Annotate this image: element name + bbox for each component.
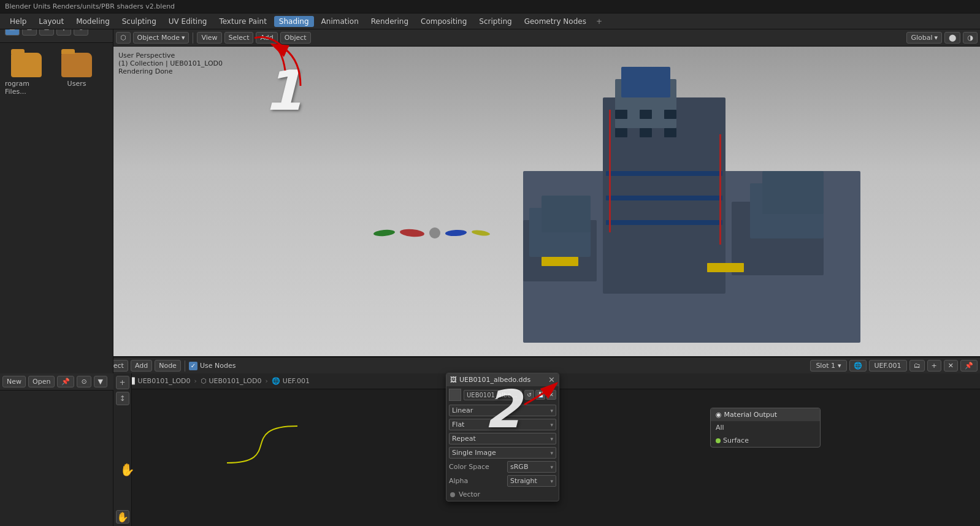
node-tool-zoom-in[interactable]: + (116, 376, 129, 389)
texture-icon (449, 389, 461, 401)
sep1 (193, 32, 193, 44)
popup-colorspace-value: sRGB (510, 463, 528, 471)
slot-arrow: ▾ (838, 362, 841, 370)
spaceships-group (373, 227, 490, 238)
folder-icon-users (61, 53, 92, 77)
popup-single-image-row: Single Image ▾ (446, 446, 559, 460)
file-mode-btn[interactable]: ⊙ (77, 376, 91, 387)
node-add-btn[interactable]: Add (131, 360, 152, 372)
popup-alpha-arrow: ▾ (550, 478, 553, 484)
folder-program-files[interactable]: rogram Files... (5, 53, 48, 96)
svg-rect-3 (621, 67, 670, 97)
menu-modeling[interactable]: Modeling (71, 16, 115, 27)
viewport-add-btn[interactable]: Add (256, 32, 277, 44)
menu-sculpting[interactable]: Sculpting (117, 16, 161, 27)
node-node-btn[interactable]: Node (155, 360, 181, 372)
menu-geometry-nodes[interactable]: Geometry Nodes (519, 16, 591, 27)
popup-linear-select[interactable]: Linear ▾ (449, 405, 556, 416)
svg-rect-10 (606, 171, 722, 176)
popup-single-image-select[interactable]: Single Image ▾ (449, 447, 556, 459)
file-new-btn[interactable]: New (2, 376, 26, 387)
popup-single-image-label: Single Image (452, 449, 496, 457)
folder-users[interactable]: Users (55, 53, 98, 96)
material-pin-btn[interactable]: 📌 (960, 360, 978, 372)
use-nodes-checkbox[interactable]: ✓ (189, 362, 197, 370)
sidebar-content: rogram Files... Users (0, 43, 113, 101)
svg-rect-16 (640, 110, 652, 119)
viewport-select-btn[interactable]: Select (224, 32, 254, 44)
viewport-collection: (1) Collection | UEB0101_LOD0 (118, 59, 223, 67)
ship-blue (445, 229, 467, 237)
global-arrow: ▾ (935, 34, 938, 42)
3d-model-svg (492, 48, 860, 355)
material-select[interactable]: UEF.001 (869, 360, 907, 372)
globe-btn[interactable]: 🌐 (849, 360, 867, 372)
material-output-title: Material Output (724, 411, 777, 419)
popup-colorspace-select[interactable]: sRGB ▾ (507, 461, 556, 473)
ship-red (399, 228, 424, 237)
svg-rect-21 (609, 110, 611, 232)
menu-help[interactable]: Help (5, 16, 31, 27)
popup-vector-label: Vector (459, 490, 480, 498)
node-file-toolbar: New Open 📌 ⊙ ▼ (0, 373, 113, 391)
svg-rect-6 (542, 196, 591, 232)
material-output-surface: Surface (711, 434, 820, 447)
viewport-object-btn[interactable]: Object (280, 32, 311, 44)
file-pin-btn[interactable]: 📌 (57, 376, 74, 387)
file-open-btn[interactable]: Open (28, 376, 55, 387)
node-toolbar: ◈ ⬜ Object ▾ View Select Add Node ✓ Use … (0, 357, 980, 375)
material-output-node: ◉ Material Output All Surface (710, 408, 821, 448)
texture-name-field[interactable]: UEB0101_albedo.dds (464, 390, 522, 400)
viewport-perspective: User Perspective (118, 51, 223, 59)
breadcrumb-part3: UEF.001 (283, 377, 310, 385)
material-output-icon: ◉ (716, 411, 722, 419)
node-tool-hand[interactable]: ✋ (116, 510, 129, 524)
file-type-btn[interactable]: ▼ (94, 376, 107, 387)
svg-rect-15 (615, 110, 627, 119)
popup-flat-select[interactable]: Flat ▾ (449, 419, 556, 430)
texture-popup-close-btn[interactable]: ✕ (548, 375, 555, 384)
3d-model-container (373, 47, 980, 356)
texture-popup-title: UEB0101_albedo.dds (459, 376, 530, 384)
menu-plus[interactable]: + (594, 16, 605, 27)
editor-type-btn[interactable]: ⬡ (116, 32, 131, 44)
texture-close-inner-btn[interactable]: ✕ (546, 390, 556, 400)
menu-shading[interactable]: Shading (274, 16, 314, 27)
viewport-overlay-btn[interactable]: ⬤ (944, 32, 960, 44)
popup-alpha-row: Alpha Straight ▾ (446, 474, 559, 488)
viewport-3d[interactable]: User Perspective (1) Collection | UEB010… (113, 47, 980, 356)
object-mode-btn[interactable]: Object Mode ▾ (133, 32, 189, 44)
material-close-btn[interactable]: ✕ (944, 360, 958, 372)
popup-repeat-arrow: ▾ (550, 436, 553, 442)
menu-animation[interactable]: Animation (316, 16, 364, 27)
popup-repeat-select[interactable]: Repeat ▾ (449, 433, 556, 444)
popup-flat-row: Flat ▾ (446, 417, 559, 432)
viewport-shading-icon: ⬤ (949, 34, 956, 42)
use-nodes-container[interactable]: ✓ Use Nodes (189, 362, 236, 370)
texture-reload-btn[interactable]: ↺ (524, 390, 534, 400)
menu-scripting[interactable]: Scripting (474, 16, 516, 27)
global-label: Global (911, 34, 932, 42)
texture-popup: 🖼 UEB0101_albedo.dds ✕ UEB0101_albedo.dd… (446, 373, 559, 501)
menu-rendering[interactable]: Rendering (366, 16, 413, 27)
popup-alpha-select[interactable]: Straight ▾ (507, 475, 556, 487)
popup-flat-label: Flat (452, 421, 464, 429)
texture-save-btn[interactable]: 💾 (535, 390, 545, 400)
menu-texture-paint[interactable]: Texture Paint (214, 16, 271, 27)
popup-linear-label: Linear (452, 406, 473, 414)
material-browse-btn[interactable]: 🗂 (909, 360, 925, 372)
menu-layout[interactable]: Layout (34, 16, 69, 27)
viewport-status: Rendering Done (118, 67, 223, 75)
global-btn[interactable]: Global ▾ (906, 32, 942, 44)
popup-repeat-row: Repeat ▾ (446, 432, 559, 446)
popup-alpha-value: Straight (510, 477, 537, 485)
viewport-shading-btn[interactable]: ◑ (963, 32, 978, 44)
popup-colorspace-arrow: ▾ (550, 464, 553, 470)
vector-dot (450, 492, 455, 497)
menu-compositing[interactable]: Compositing (416, 16, 472, 27)
node-tool-expand[interactable]: ↕ (116, 392, 129, 405)
material-new-btn[interactable]: + (927, 360, 941, 372)
viewport-view-btn[interactable]: View (197, 32, 221, 44)
slot-select[interactable]: Slot 1 ▾ (810, 360, 846, 372)
menu-uv-editing[interactable]: UV Editing (164, 16, 212, 27)
